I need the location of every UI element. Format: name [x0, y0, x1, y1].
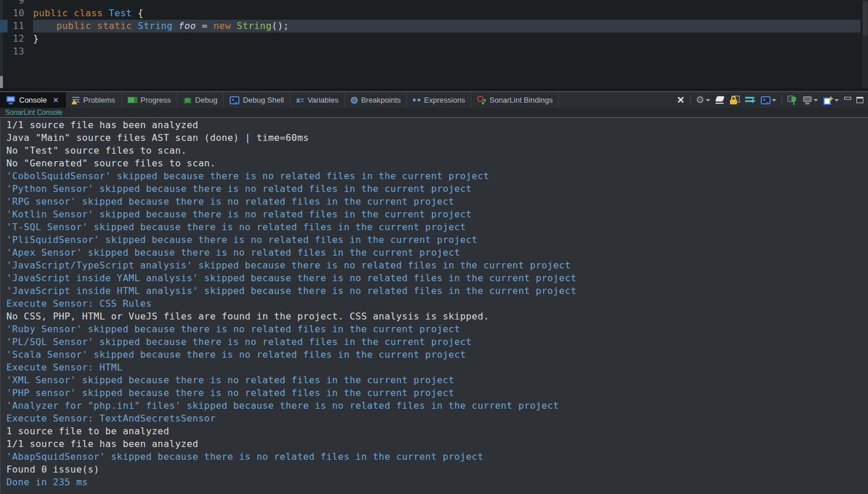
editor-line[interactable]: 10public class Test {	[0, 7, 860, 20]
console-line: 'AbapSquidSensor' skipped because there …	[6, 451, 868, 463]
code-text[interactable]: }	[33, 32, 860, 45]
tab-progress[interactable]: Progress	[122, 92, 177, 108]
toolbar-separator	[690, 95, 691, 105]
view-tab-bar: Console ✕ Problems Progress	[0, 92, 868, 108]
console-line: Found 0 issue(s)	[6, 463, 868, 476]
line-number: 10	[0, 7, 33, 20]
maximize-button[interactable]	[856, 97, 863, 103]
editor-vertical-scrollbar[interactable]	[862, 0, 868, 88]
editor-line[interactable]: 12}	[0, 32, 860, 45]
settings-gear-button[interactable]: ⚙	[696, 94, 710, 106]
gear-icon: ⚙	[696, 94, 704, 106]
eraser-icon	[716, 96, 725, 104]
console-line: Execute Sensor: TextAndSecretsSensor	[6, 412, 868, 425]
tab-label: Progress	[141, 96, 171, 104]
chevron-down-icon[interactable]	[834, 99, 839, 101]
editor-rows: 910public class Test {11 public static S…	[0, 0, 868, 58]
code-editor[interactable]: 910public class Test {11 public static S…	[0, 0, 868, 88]
tab-debug[interactable]: Debug	[177, 92, 224, 108]
line-number: 12	[0, 32, 33, 45]
tab-label: Breakpoints	[361, 96, 401, 104]
expressions-icon	[413, 99, 420, 101]
console-output[interactable]: 1/1 source file has been analyzedJava "M…	[0, 117, 868, 494]
console-line: 'PHP sensor' skipped because there is no…	[6, 387, 868, 399]
tab-label: Variables	[307, 96, 338, 104]
code-text[interactable]: public static String foo = new String();	[33, 20, 860, 32]
console-line: 'JavaScript/TypeScript analysis' skipped…	[6, 259, 868, 272]
maximize-icon	[856, 97, 863, 103]
display-selected-console-button[interactable]	[802, 96, 818, 104]
console-line: No "Generated" source files to scan.	[6, 157, 868, 170]
code-text[interactable]	[33, 0, 860, 7]
chevron-down-icon[interactable]	[772, 99, 776, 101]
console-subtitle: SonarLint Console	[0, 108, 868, 117]
console-line: 'PliSquidSensor' skipped because there i…	[6, 234, 868, 246]
word-wrap-icon	[745, 96, 756, 104]
clear-console-button[interactable]	[716, 96, 725, 104]
debug-shell-icon: >_	[230, 96, 239, 104]
console-icon	[6, 96, 16, 104]
tab-label: Problems	[83, 96, 115, 104]
monitor-icon	[802, 96, 812, 104]
open-new-console-button[interactable]: +	[823, 96, 839, 105]
tab-label: Debug	[195, 96, 217, 104]
bug-icon	[183, 96, 192, 104]
console-line: 'Scala Sensor' skipped because there is …	[6, 348, 868, 361]
toolbar-separator	[782, 95, 782, 105]
console-line: 'Apex Sensor' skipped because there is n…	[6, 246, 868, 259]
breakpoints-icon	[351, 97, 358, 104]
progress-icon	[128, 97, 137, 103]
editor-line[interactable]: 13	[0, 45, 860, 58]
sash-grip[interactable]	[0, 76, 3, 88]
annotation-ruler	[0, 0, 3, 88]
console-line: 'T-SQL Sensor' skipped because there is …	[6, 221, 868, 234]
console-line: 'JavaScript inside YAML analysis' skippe…	[6, 272, 868, 285]
console-line: 'Analyzer for "php.ini" files' skipped b…	[6, 399, 868, 412]
open-console-terminal-button[interactable]: >_	[761, 96, 776, 104]
code-text[interactable]: public class Test {	[33, 7, 860, 20]
pin-console-button[interactable]	[787, 96, 797, 105]
scrollbar-thumb[interactable]	[863, 1, 867, 36]
lock-icon	[730, 96, 740, 104]
scroll-lock-button[interactable]	[730, 96, 740, 104]
console-line: 'Python Sensor' skipped because there is…	[6, 183, 868, 195]
console-line: No CSS, PHP, HTML or VueJS files are fou…	[6, 310, 868, 323]
variables-icon: x=	[296, 96, 304, 104]
code-text[interactable]	[33, 45, 860, 58]
tab-expressions[interactable]: Expressions	[407, 92, 471, 108]
tab-label: Console	[19, 96, 47, 104]
console-line: Execute Sensor: CSS Rules	[6, 297, 868, 310]
console-line: 1 source file to be analyzed	[6, 425, 868, 438]
console-line: Java "Main" source files AST scan (done)…	[6, 132, 868, 144]
console-line: 'Ruby Sensor' skipped because there is n…	[6, 323, 868, 336]
terminate-icon[interactable]: ✕	[677, 95, 684, 106]
terminal-icon: >_	[761, 96, 771, 104]
tab-problems[interactable]: Problems	[66, 92, 122, 108]
word-wrap-button[interactable]	[745, 96, 756, 104]
editor-line[interactable]: 11 public static String foo = new String…	[0, 20, 860, 32]
chevron-down-icon[interactable]	[813, 99, 818, 101]
console-toolbar: ✕ ⚙ >_	[677, 92, 868, 108]
chevron-down-icon[interactable]	[706, 99, 710, 101]
close-tab-icon[interactable]: ✕	[53, 96, 59, 104]
tab-sonarlint-bindings[interactable]: SonarLint Bindings	[471, 92, 559, 108]
new-console-icon: +	[823, 96, 833, 105]
problems-icon	[71, 96, 80, 104]
console-line: 1/1 source file has been analyzed	[6, 438, 868, 451]
tab-label: SonarLint Bindings	[489, 96, 553, 104]
tab-variables[interactable]: x= Variables	[290, 92, 345, 108]
console-line: 'JavaScript inside HTML analysis' skippe…	[6, 285, 868, 297]
tab-breakpoints[interactable]: Breakpoints	[345, 92, 408, 108]
ide-window: 910public class Test {11 public static S…	[0, 0, 868, 494]
minimize-icon	[844, 97, 851, 100]
editor-line[interactable]: 9	[0, 0, 860, 7]
tab-debug-shell[interactable]: >_ Debug Shell	[224, 92, 290, 108]
pin-icon	[787, 96, 797, 105]
console-panel: Console ✕ Problems Progress	[0, 91, 868, 494]
tab-console[interactable]: Console ✕	[0, 92, 66, 108]
current-line-marker	[0, 20, 8, 32]
sonarlint-bindings-icon	[477, 96, 486, 104]
console-line: 'Kotlin Sensor' skipped because there is…	[6, 208, 868, 221]
console-line: 'XML Sensor' skipped because there is no…	[6, 374, 868, 387]
console-line: Done in 235 ms	[6, 476, 868, 489]
